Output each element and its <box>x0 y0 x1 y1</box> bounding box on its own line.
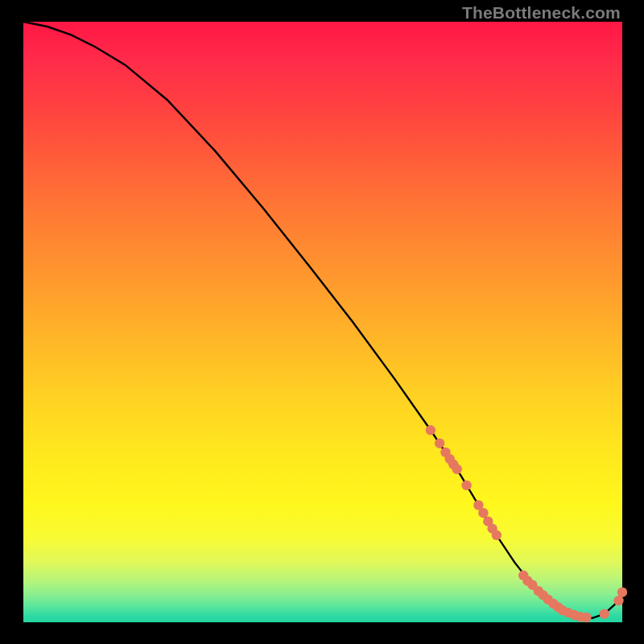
curve-marker <box>461 481 471 490</box>
curve-marker <box>581 613 591 622</box>
curve-markers-group <box>426 425 628 622</box>
curve-marker <box>435 439 444 448</box>
curve-marker <box>426 425 436 435</box>
watermark-text: TheBottleneck.com <box>462 3 621 23</box>
curve-marker <box>478 508 488 518</box>
curve-marker <box>452 464 462 474</box>
chart-svg <box>23 22 622 622</box>
curve-marker <box>600 609 609 618</box>
chart-stage: TheBottleneck.com <box>0 0 644 644</box>
curve-marker <box>617 588 627 597</box>
curve-marker <box>492 530 502 540</box>
bottleneck-curve <box>23 22 622 618</box>
